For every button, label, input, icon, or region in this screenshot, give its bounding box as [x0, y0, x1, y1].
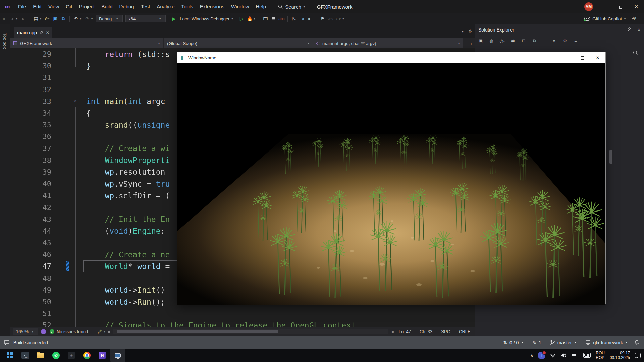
spell-check-icon[interactable]: abc: [277, 17, 285, 21]
web-view-icon[interactable]: ◍: [488, 38, 494, 43]
taskbar-terminal-icon[interactable]: >_: [17, 349, 33, 362]
touch-keyboard-icon[interactable]: [583, 353, 591, 358]
properties-icon[interactable]: ⧉: [531, 38, 537, 44]
panel-close-icon[interactable]: ✕: [637, 27, 641, 32]
code-line-52[interactable]: 52 // Signals to the Engine to release t…: [10, 319, 475, 327]
taskbar-app-icon[interactable]: ◈: [64, 349, 79, 362]
menu-item-git[interactable]: Git: [62, 0, 75, 13]
health-status[interactable]: No issues found: [57, 329, 88, 334]
battery-icon[interactable]: [572, 354, 578, 357]
indent-in-icon[interactable]: ⇥: [298, 16, 306, 21]
active-files-dropdown-icon[interactable]: ▾: [462, 29, 464, 34]
menu-item-tools[interactable]: Tools: [178, 0, 197, 13]
close-button[interactable]: ✕: [629, 0, 644, 13]
menu-item-extensions[interactable]: Extensions: [197, 0, 228, 13]
code-line-34[interactable]: 34{: [10, 107, 475, 119]
panel-scrollbar-thumb[interactable]: [609, 150, 612, 164]
toolbox-tab[interactable]: Toolbox: [2, 33, 7, 49]
hot-reload-icon[interactable]: 🔥: [246, 16, 254, 21]
breadcrumb-symbol[interactable]: main(int argc, char ** argv) ▾: [313, 38, 463, 48]
code-line-39[interactable]: 39 wp.resolution: [10, 166, 475, 178]
render-maximize-button[interactable]: [575, 52, 590, 63]
feedback-bubble-icon[interactable]: [4, 340, 10, 346]
taskbar-chrome-icon[interactable]: [79, 349, 95, 362]
volume-icon[interactable]: [561, 353, 567, 358]
tab-close-icon[interactable]: ✕: [46, 30, 49, 35]
menu-item-analyze[interactable]: Analyze: [153, 0, 178, 13]
insert-mode-indicator[interactable]: SPC: [437, 327, 454, 336]
taskbar-file-explorer-icon[interactable]: [33, 349, 48, 362]
undo-icon[interactable]: ↶: [72, 16, 80, 21]
track-active-item-icon[interactable]: ≡: [573, 38, 579, 43]
code-line-35[interactable]: 35 srand((unsigne: [10, 119, 475, 131]
bookmark-icon[interactable]: ⚑: [318, 16, 326, 21]
code-line-36[interactable]: 36: [10, 131, 475, 142]
switch-views-icon[interactable]: ▣: [478, 38, 484, 43]
split-window-icon[interactable]: ⫟: [470, 41, 473, 46]
collapse-all-icon[interactable]: ⊟: [521, 38, 527, 43]
code-line-29[interactable]: 29 return (std::s: [10, 48, 475, 60]
cursor-column-indicator[interactable]: Ch: 33: [415, 327, 437, 336]
pending-changes-filter-icon[interactable]: ◷▾: [499, 38, 505, 43]
indent-out-icon[interactable]: ⇤: [306, 16, 314, 21]
tray-teams-icon[interactable]: T: [538, 352, 545, 359]
code-line-44[interactable]: 44 (void)Engine:: [10, 225, 475, 237]
taskbar-whatsapp-icon[interactable]: ✆: [48, 349, 64, 362]
menu-item-view[interactable]: View: [45, 0, 62, 13]
code-line-32[interactable]: 32: [10, 84, 475, 96]
hscroll-thumb[interactable]: [117, 330, 278, 333]
save-all-icon[interactable]: ⧉: [59, 16, 67, 22]
start-without-debugging-icon[interactable]: ▷: [237, 16, 246, 21]
code-line-49[interactable]: 49 world->Init(): [10, 284, 475, 296]
code-line-37[interactable]: 37 // Create a wi: [10, 143, 475, 155]
code-line-41[interactable]: 41 wp.selfDir = (: [10, 190, 475, 201]
menu-item-test[interactable]: Test: [138, 0, 154, 13]
settings-wrench-icon[interactable]: ⚙: [562, 38, 568, 43]
render-minimize-button[interactable]: ─: [559, 52, 575, 63]
tab-main-cpp[interactable]: main.cpp ✕: [14, 27, 52, 38]
minimize-button[interactable]: ─: [598, 0, 613, 13]
code-line-48[interactable]: 48: [10, 273, 475, 284]
start-debugging-button[interactable]: ▶ Local Windows Debugger▾: [167, 16, 237, 21]
menu-item-window[interactable]: Window: [228, 0, 252, 13]
menu-item-debug[interactable]: Debug: [116, 0, 138, 13]
breadcrumb-scope[interactable]: (Global Scope) ▾: [164, 38, 313, 48]
breadcrumb-project[interactable]: GFXFramework ▾: [10, 38, 163, 48]
pending-edits-button[interactable]: ✎ 1: [530, 340, 544, 345]
code-line-43[interactable]: 43 // Init the En: [10, 214, 475, 225]
render-close-button[interactable]: ✕: [590, 52, 605, 63]
menu-item-help[interactable]: Help: [252, 0, 269, 13]
sync-commits-button[interactable]: ⇅ 0 / 0 ▲: [500, 340, 526, 345]
cursor-line-indicator[interactable]: Ln: 47: [394, 327, 415, 336]
pin-icon[interactable]: [40, 31, 43, 35]
editor-settings-gear-icon[interactable]: ⚙: [468, 29, 472, 34]
navigate-forward-icon[interactable]: ▸: [19, 16, 28, 21]
restore-button[interactable]: [613, 0, 629, 13]
current-branch-button[interactable]: master ▲: [547, 340, 580, 345]
menu-item-build[interactable]: Build: [98, 0, 116, 13]
save-icon[interactable]: ▣: [51, 16, 59, 21]
code-editor[interactable]: 29 return (std::s30}313233⌄int main(int …: [10, 48, 475, 327]
show-all-code-icon[interactable]: ‹›: [551, 38, 557, 43]
redo-icon[interactable]: ↷: [83, 16, 91, 21]
sync-with-active-document-icon[interactable]: ⇄: [510, 38, 516, 43]
code-line-47[interactable]: 47 World* world =: [10, 260, 475, 272]
build-target-icon[interactable]: 🗔: [261, 16, 269, 21]
solution-search-icon[interactable]: [633, 50, 638, 55]
notification-center-icon[interactable]: [635, 353, 641, 358]
next-bookmark-icon[interactable]: ⤻: [334, 16, 342, 22]
code-line-46[interactable]: 46 // Create a ne: [10, 249, 475, 260]
prev-bookmark-icon[interactable]: ⤺: [326, 16, 334, 22]
code-line-51[interactable]: 51: [10, 308, 475, 319]
code-line-33[interactable]: 33⌄int main(int argc: [10, 96, 475, 107]
notifications-bell-icon[interactable]: [634, 340, 639, 345]
menu-item-project[interactable]: Project: [75, 0, 98, 13]
horizontal-scrollbar[interactable]: [113, 329, 388, 334]
solution-configuration-dropdown[interactable]: Debug▾: [96, 15, 123, 22]
hscroll-right-icon[interactable]: ▶: [392, 330, 394, 334]
repository-button[interactable]: gfx-framework ▲: [583, 340, 631, 345]
menu-item-edit[interactable]: Edit: [30, 0, 45, 13]
code-line-40[interactable]: 40 wp.vSync = tru: [10, 178, 475, 190]
clock-indicator[interactable]: 09:17 03.10.2025: [610, 351, 630, 360]
hscroll-left-icon[interactable]: ◀: [107, 330, 110, 334]
